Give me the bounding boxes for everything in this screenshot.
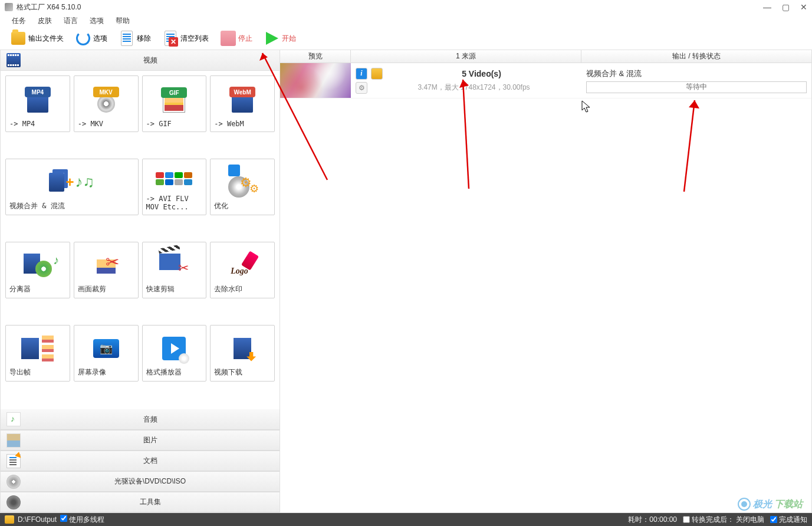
tile-multi-format[interactable]: -> AVI FLV MOV Etc... xyxy=(142,159,207,215)
close-button[interactable]: ✕ xyxy=(800,2,807,12)
refresh-icon xyxy=(76,31,90,45)
tile-optimize[interactable]: 优化 xyxy=(210,159,275,215)
folder-icon xyxy=(11,32,25,45)
row-subtitle: 3.47M，最大 1748x1724，30.00fps xyxy=(371,83,577,93)
gears-icon xyxy=(228,176,257,200)
menu-task[interactable]: 任务 xyxy=(6,16,32,26)
film-icon xyxy=(232,95,253,113)
menu-help[interactable]: 帮助 xyxy=(110,16,136,26)
folder-icon[interactable] xyxy=(5,515,14,524)
tile-separator[interactable]: ♪ 分离器 xyxy=(5,242,70,298)
task-list: 预览 1 来源 输出 / 转换状态 i 5 Video(s) ⚙ 3.47M，最… xyxy=(280,50,812,513)
tile-mkv[interactable]: MKV -> MKV xyxy=(74,75,139,132)
options-button[interactable]: 选项 xyxy=(71,28,112,48)
start-button[interactable]: 开始 xyxy=(259,28,301,48)
app-icon xyxy=(5,3,13,11)
minimize-button[interactable]: — xyxy=(763,2,771,12)
info-button[interactable]: i xyxy=(356,68,367,80)
clapperboard-icon xyxy=(159,254,180,270)
settings-button[interactable]: ⚙ xyxy=(356,82,367,94)
row-status: 等待中 xyxy=(586,81,807,93)
th-output[interactable]: 输出 / 转换状态 xyxy=(581,50,811,63)
video-tiles: MP4 -> MP4 MKV -> MKV GIF -> GIF WebM ->… xyxy=(1,71,280,409)
category-audio[interactable]: 音频 xyxy=(1,409,280,430)
music-note-icon: ♪♫ xyxy=(75,173,95,191)
th-preview[interactable]: 预览 xyxy=(280,50,351,63)
row-operation: 视频合并 & 混流 xyxy=(586,68,807,79)
music-note-icon: ♪ xyxy=(53,254,59,267)
table-header: 预览 1 来源 输出 / 转换状态 xyxy=(280,50,811,63)
row-title: 5 Video(s) xyxy=(386,69,577,78)
tile-screen-record[interactable]: 屏幕录像 xyxy=(74,325,139,382)
menu-opts[interactable]: 选项 xyxy=(84,16,110,26)
image-icon xyxy=(6,433,21,448)
audio-icon xyxy=(6,412,21,426)
window-title: 格式工厂 X64 5.10.0 xyxy=(17,2,81,12)
status-bar: D:\FFOutput 使用多线程 耗时：00:00:00 转换完成后：关闭电脑… xyxy=(0,513,812,526)
output-folder-button[interactable]: 输出文件夹 xyxy=(6,28,68,48)
tile-remove-watermark[interactable]: Logo 去除水印 xyxy=(210,242,275,298)
video-icon xyxy=(6,53,21,67)
notify-after-checkbox[interactable]: 完成通知 xyxy=(770,515,807,525)
row-thumbnail xyxy=(280,63,351,98)
scissors-icon: ✂ xyxy=(106,252,119,272)
category-document[interactable]: 文档 xyxy=(1,451,280,471)
plus-icon: + xyxy=(65,174,74,190)
multi-format-icon xyxy=(156,172,192,185)
table-row[interactable]: i 5 Video(s) ⚙ 3.47M，最大 1748x1724，30.00f… xyxy=(280,63,811,98)
document-icon xyxy=(6,454,21,468)
menu-bar: 任务 皮肤 语言 选项 帮助 xyxy=(0,14,812,27)
tile-merge[interactable]: +♪♫ 视频合并 & 混流 xyxy=(5,159,139,215)
document-icon xyxy=(121,31,133,46)
th-source[interactable]: 1 来源 xyxy=(351,50,581,63)
toolbar: 输出文件夹 选项 移除 ✕ 清空列表 停止 开始 xyxy=(0,27,812,50)
stop-icon xyxy=(221,31,236,46)
svg-marker-0 xyxy=(266,32,278,45)
maximize-button[interactable]: ▢ xyxy=(782,2,790,12)
disc-icon xyxy=(97,95,115,113)
tile-export-frames[interactable]: 导出帧 xyxy=(5,325,70,382)
logo-icon xyxy=(738,498,751,511)
title-bar: 格式工厂 X64 5.10.0 — ▢ ✕ xyxy=(0,0,812,14)
disc-icon xyxy=(6,475,21,489)
disc-icon xyxy=(35,261,52,277)
tile-gif[interactable]: GIF -> GIF xyxy=(142,75,207,132)
open-folder-button[interactable] xyxy=(371,68,383,80)
remove-button[interactable]: 移除 xyxy=(114,28,156,48)
stop-button[interactable]: 停止 xyxy=(216,28,257,48)
tile-quick-edit[interactable]: ✂ 快速剪辑 xyxy=(142,242,207,298)
image-icon xyxy=(163,96,185,112)
tile-download[interactable]: 视频下载 xyxy=(210,325,275,382)
tools-icon xyxy=(6,495,21,509)
document-x-icon: ✕ xyxy=(165,31,176,46)
play-icon xyxy=(264,31,280,46)
category-image[interactable]: 图片 xyxy=(1,430,280,451)
multithread-checkbox[interactable]: 使用多线程 xyxy=(60,515,104,525)
site-watermark: 极光下载站 xyxy=(738,498,803,511)
tile-mp4[interactable]: MP4 -> MP4 xyxy=(5,75,70,132)
shutdown-after-checkbox[interactable]: 转换完成后：关闭电脑 xyxy=(683,515,764,525)
film-icon xyxy=(27,95,48,113)
shield-icon xyxy=(228,165,240,176)
sidebar: 视频 MP4 -> MP4 MKV -> MKV GIF -> GIF WebM… xyxy=(0,50,280,513)
frames-icon xyxy=(41,335,54,362)
play-icon xyxy=(162,337,186,360)
scissors-icon: ✂ xyxy=(178,261,189,276)
category-disc[interactable]: 光驱设备\DVD\CD\ISO xyxy=(1,471,280,492)
tile-webm[interactable]: WebM -> WebM xyxy=(210,75,275,132)
elapsed-time: 00:00:00 xyxy=(649,515,677,524)
film-stack-icon xyxy=(49,173,64,192)
category-tools[interactable]: 工具集 xyxy=(1,492,280,512)
film-icon xyxy=(21,338,39,359)
category-video[interactable]: 视频 xyxy=(1,50,280,71)
tile-player[interactable]: 格式播放器 xyxy=(142,325,207,382)
menu-lang[interactable]: 语言 xyxy=(58,16,84,26)
clear-list-button[interactable]: ✕ 清空列表 xyxy=(158,28,213,48)
menu-skin[interactable]: 皮肤 xyxy=(32,16,58,26)
output-path[interactable]: D:\FFOutput xyxy=(18,515,57,524)
download-icon xyxy=(234,338,251,359)
tile-crop[interactable]: ✂ 画面裁剪 xyxy=(74,242,139,298)
camera-icon xyxy=(93,339,119,358)
